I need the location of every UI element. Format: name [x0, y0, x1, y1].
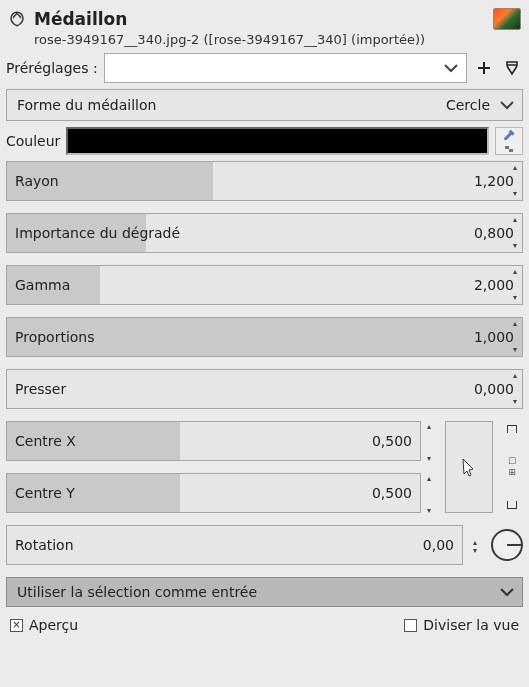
radius-label: Rayon — [7, 173, 59, 189]
chevron-down-icon — [444, 60, 458, 76]
shape-combo[interactable]: Forme du médaillon Cercle — [6, 89, 523, 121]
dialog-subtitle: rose-3949167__340.jpg-2 ([rose-3949167__… — [6, 30, 523, 53]
add-preset-button[interactable] — [473, 57, 495, 79]
center-x-value: 0,500 — [372, 433, 420, 449]
thumbnail — [493, 8, 521, 30]
spin-buttons[interactable]: ▴▾ — [423, 475, 435, 515]
eyedropper-button[interactable] — [495, 127, 523, 155]
color-label: Couleur — [6, 133, 60, 149]
rotation-value: 0,00 — [423, 537, 462, 553]
softness-slider[interactable]: Importance du dégradé 0,800 ▴▾ — [6, 213, 523, 253]
rotation-dial[interactable] — [491, 529, 523, 561]
chevron-down-icon — [500, 97, 514, 113]
presets-combo[interactable] — [104, 53, 467, 83]
center-x-label: Centre X — [7, 433, 76, 449]
split-view-checkbox[interactable] — [404, 619, 417, 632]
rotation-slider[interactable]: Rotation 0,00 — [6, 525, 463, 565]
presets-label: Préréglages : — [6, 60, 98, 76]
shape-value: Cercle — [446, 97, 490, 113]
spin-buttons[interactable]: ▴▾ — [469, 539, 481, 555]
preview-label: Aperçu — [29, 617, 78, 633]
link-xy-icon[interactable]: ☐⊞ — [501, 421, 523, 513]
gamma-value: 2,000 — [474, 277, 522, 293]
manage-presets-button[interactable] — [501, 57, 523, 79]
proportion-slider[interactable]: Proportions 1,000 ▴▾ — [6, 317, 523, 357]
svg-rect-1 — [509, 149, 513, 152]
preview-checkbox[interactable] — [10, 619, 23, 632]
spin-buttons[interactable]: ▴▾ — [423, 423, 435, 463]
gamma-slider[interactable]: Gamma 2,000 ▴▾ — [6, 265, 523, 305]
svg-rect-0 — [505, 146, 509, 149]
selection-input-combo[interactable]: Utiliser la sélection comme entrée — [6, 577, 523, 607]
split-view-label: Diviser la vue — [423, 617, 519, 633]
selection-input-label: Utiliser la sélection comme entrée — [17, 584, 257, 600]
color-swatch[interactable] — [66, 127, 489, 155]
squeeze-label: Presser — [7, 381, 66, 397]
proportion-label: Proportions — [7, 329, 95, 345]
center-x-slider[interactable]: Centre X 0,500 — [6, 421, 421, 461]
proportion-value: 1,000 — [474, 329, 522, 345]
radius-slider[interactable]: Rayon 1,200 ▴▾ — [6, 161, 523, 201]
softness-label: Importance du dégradé — [7, 225, 180, 241]
radius-value: 1,200 — [474, 173, 522, 189]
center-y-slider[interactable]: Centre Y 0,500 — [6, 473, 421, 513]
chevron-down-icon — [500, 584, 514, 600]
shape-label: Forme du médaillon — [17, 97, 156, 113]
squeeze-value: 0,000 — [474, 381, 522, 397]
squeeze-slider[interactable]: Presser 0,000 ▴▾ — [6, 369, 523, 409]
rotation-label: Rotation — [7, 537, 74, 553]
center-y-value: 0,500 — [372, 485, 420, 501]
softness-value: 0,800 — [474, 225, 522, 241]
pick-from-image-button[interactable] — [445, 421, 493, 513]
dialog-title: Médaillon — [34, 9, 127, 29]
app-icon — [8, 10, 26, 28]
center-y-label: Centre Y — [7, 485, 75, 501]
gamma-label: Gamma — [7, 277, 70, 293]
